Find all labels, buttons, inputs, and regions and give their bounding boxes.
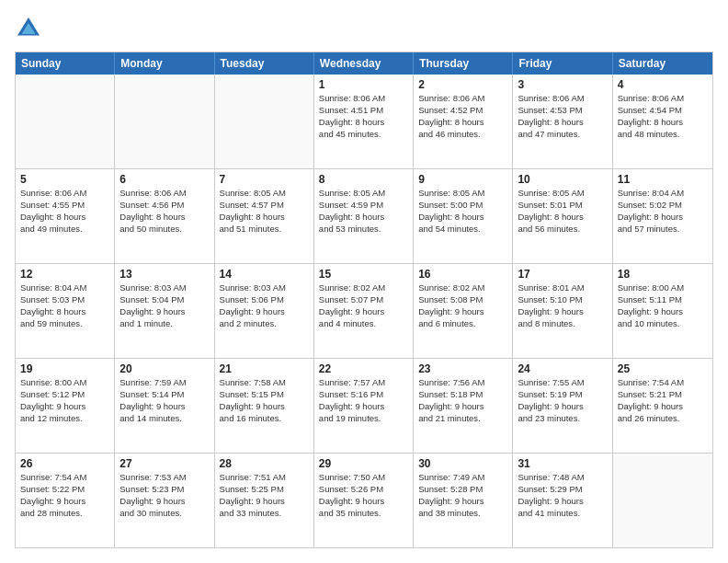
day-info: and 45 minutes. <box>319 129 408 141</box>
day-number: 9 <box>418 172 507 187</box>
day-info: Sunrise: 8:05 AM <box>418 188 507 200</box>
day-info: Daylight: 8 hours <box>119 212 209 224</box>
day-number: 16 <box>418 267 507 282</box>
day-info: Sunset: 5:07 PM <box>319 294 408 306</box>
cal-cell: 9Sunrise: 8:05 AMSunset: 5:00 PMDaylight… <box>414 169 513 263</box>
cal-cell: 28Sunrise: 7:51 AMSunset: 5:25 PMDayligh… <box>215 454 314 547</box>
cal-cell: 16Sunrise: 8:02 AMSunset: 5:08 PMDayligh… <box>414 264 513 358</box>
day-info: Sunrise: 7:54 AM <box>20 472 109 484</box>
day-info: Sunset: 5:22 PM <box>20 484 109 496</box>
day-info: Daylight: 8 hours <box>618 212 708 224</box>
day-info: Sunrise: 8:03 AM <box>119 282 209 294</box>
logo-icon <box>15 15 42 42</box>
day-info: Daylight: 9 hours <box>418 496 507 508</box>
day-info: Daylight: 8 hours <box>418 117 507 129</box>
day-info: Daylight: 9 hours <box>119 306 209 318</box>
day-info: Sunrise: 8:06 AM <box>618 93 708 105</box>
day-info: Daylight: 9 hours <box>119 401 209 413</box>
day-info: Sunrise: 7:49 AM <box>418 472 507 484</box>
day-info: and 41 minutes. <box>518 508 607 520</box>
day-info: Sunset: 4:54 PM <box>618 105 708 117</box>
header-cell-saturday: Saturday <box>613 52 712 75</box>
day-number: 19 <box>20 362 109 376</box>
day-info: Sunset: 5:18 PM <box>418 389 507 401</box>
day-info: Daylight: 9 hours <box>618 306 708 318</box>
day-info: Sunrise: 8:06 AM <box>20 188 109 200</box>
cal-cell: 26Sunrise: 7:54 AMSunset: 5:22 PMDayligh… <box>16 454 115 547</box>
cal-cell: 6Sunrise: 8:06 AMSunset: 4:56 PMDaylight… <box>115 169 214 263</box>
day-info: Sunset: 5:02 PM <box>618 200 708 212</box>
day-info: and 16 minutes. <box>220 413 309 425</box>
day-info: Daylight: 9 hours <box>518 496 607 508</box>
day-info: Sunrise: 8:05 AM <box>518 188 607 200</box>
day-info: and 57 minutes. <box>618 224 708 236</box>
header-cell-thursday: Thursday <box>414 52 513 75</box>
day-info: Sunset: 5:12 PM <box>20 389 109 401</box>
cal-cell: 3Sunrise: 8:06 AMSunset: 4:53 PMDaylight… <box>513 75 612 168</box>
day-info: and 59 minutes. <box>20 318 109 330</box>
cal-cell <box>613 454 712 547</box>
day-info: Daylight: 8 hours <box>618 117 708 129</box>
day-number: 23 <box>418 362 507 376</box>
day-info: Sunset: 5:21 PM <box>618 389 708 401</box>
day-info: Sunset: 5:16 PM <box>319 389 408 401</box>
day-info: Sunrise: 7:51 AM <box>220 472 309 484</box>
day-info: and 48 minutes. <box>618 129 708 141</box>
day-info: Sunset: 5:28 PM <box>418 484 507 496</box>
day-info: Daylight: 8 hours <box>518 212 607 224</box>
day-info: Sunrise: 8:03 AM <box>220 282 309 294</box>
day-info: Sunset: 5:00 PM <box>418 200 507 212</box>
day-info: and 53 minutes. <box>319 224 408 236</box>
day-info: Sunrise: 8:00 AM <box>20 377 109 389</box>
day-info: and 28 minutes. <box>20 508 109 520</box>
day-info: Sunset: 5:03 PM <box>20 294 109 306</box>
day-info: Sunset: 5:11 PM <box>618 294 708 306</box>
day-number: 1 <box>319 77 408 92</box>
cal-cell: 22Sunrise: 7:57 AMSunset: 5:16 PMDayligh… <box>314 359 414 453</box>
day-info: Sunset: 5:04 PM <box>119 294 209 306</box>
day-info: Daylight: 8 hours <box>20 212 109 224</box>
day-number: 22 <box>319 362 408 376</box>
day-info: Sunrise: 8:06 AM <box>319 93 408 105</box>
day-number: 26 <box>20 456 109 471</box>
header-cell-wednesday: Wednesday <box>314 52 414 75</box>
day-number: 24 <box>518 362 607 376</box>
day-info: and 50 minutes. <box>119 224 209 236</box>
cal-cell: 7Sunrise: 8:05 AMSunset: 4:57 PMDaylight… <box>215 169 314 263</box>
cal-cell: 17Sunrise: 8:01 AMSunset: 5:10 PMDayligh… <box>513 264 612 358</box>
day-number: 18 <box>618 267 708 282</box>
cal-cell: 18Sunrise: 8:00 AMSunset: 5:11 PMDayligh… <box>613 264 712 358</box>
day-info: Sunrise: 8:06 AM <box>119 188 209 200</box>
day-info: Sunrise: 7:59 AM <box>119 377 209 389</box>
cal-cell: 30Sunrise: 7:49 AMSunset: 5:28 PMDayligh… <box>414 454 513 547</box>
day-info: Sunset: 5:26 PM <box>319 484 408 496</box>
day-info: Daylight: 9 hours <box>518 401 607 413</box>
cal-cell: 14Sunrise: 8:03 AMSunset: 5:06 PMDayligh… <box>215 264 314 358</box>
cal-cell: 15Sunrise: 8:02 AMSunset: 5:07 PMDayligh… <box>314 264 414 358</box>
day-info: Sunrise: 8:01 AM <box>518 282 607 294</box>
cal-cell: 11Sunrise: 8:04 AMSunset: 5:02 PMDayligh… <box>613 169 712 263</box>
day-info: and 8 minutes. <box>518 318 607 330</box>
day-info: Daylight: 9 hours <box>518 306 607 318</box>
cal-cell: 2Sunrise: 8:06 AMSunset: 4:52 PMDaylight… <box>414 75 513 168</box>
day-info: and 33 minutes. <box>220 508 309 520</box>
day-info: Sunrise: 8:02 AM <box>418 282 507 294</box>
header-cell-sunday: Sunday <box>16 52 115 75</box>
calendar: SundayMondayTuesdayWednesdayThursdayFrid… <box>15 52 713 548</box>
day-info: and 14 minutes. <box>119 413 209 425</box>
day-info: and 51 minutes. <box>220 224 309 236</box>
header-cell-friday: Friday <box>513 52 612 75</box>
day-number: 21 <box>220 362 309 376</box>
day-info: Sunset: 4:59 PM <box>319 200 408 212</box>
day-number: 7 <box>220 172 309 187</box>
day-info: Sunset: 5:14 PM <box>119 389 209 401</box>
cal-cell <box>215 75 314 168</box>
day-info: and 47 minutes. <box>518 129 607 141</box>
cal-cell: 21Sunrise: 7:58 AMSunset: 5:15 PMDayligh… <box>215 359 314 453</box>
day-info: Sunrise: 7:54 AM <box>618 377 708 389</box>
day-number: 5 <box>20 172 109 187</box>
day-info: Daylight: 9 hours <box>220 401 309 413</box>
day-info: Sunrise: 8:05 AM <box>319 188 408 200</box>
day-info: Daylight: 8 hours <box>418 212 507 224</box>
day-info: Daylight: 9 hours <box>418 401 507 413</box>
